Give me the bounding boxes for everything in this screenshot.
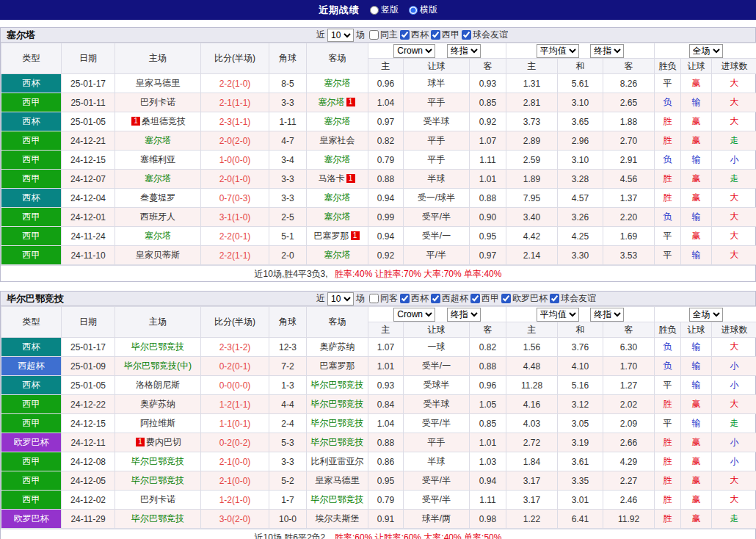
away-team[interactable]: 塞尔塔 bbox=[307, 208, 368, 227]
match-score[interactable]: 3-0(2-0) bbox=[201, 510, 269, 529]
average-select[interactable]: 平均值 bbox=[537, 308, 579, 322]
filter-球会友谊[interactable]: 球会友谊 bbox=[462, 29, 508, 41]
match-score[interactable]: 1-2(1-0) bbox=[201, 491, 269, 510]
match-score[interactable]: 2-3(1-1) bbox=[201, 112, 269, 131]
away-team[interactable]: 毕尔巴鄂竞技 bbox=[307, 491, 368, 510]
away-team[interactable]: 塞尔塔 bbox=[307, 189, 368, 208]
odds-source-select[interactable]: Crown bbox=[393, 44, 435, 58]
home-team[interactable]: 塞尔塔 bbox=[115, 131, 201, 151]
home-team[interactable]: 塞尔塔 bbox=[115, 170, 201, 189]
match-score[interactable]: 0-7(0-3) bbox=[201, 189, 269, 208]
match-score[interactable]: 1-0(0-0) bbox=[201, 151, 269, 170]
filter-checkbox[interactable] bbox=[400, 30, 410, 40]
match-score[interactable]: 2-3(1-2) bbox=[201, 338, 269, 357]
odds-time-select[interactable]: 终指 bbox=[447, 44, 481, 58]
home-team[interactable]: 皇家贝蒂斯 bbox=[115, 246, 201, 265]
match-score[interactable]: 0-0(0-0) bbox=[201, 376, 269, 395]
away-team[interactable]: 马洛卡1 bbox=[307, 170, 368, 189]
away-team[interactable]: 奥萨苏纳 bbox=[307, 338, 368, 357]
horizontal-layout-radio[interactable] bbox=[409, 6, 418, 15]
away-team[interactable]: 巴塞罗那1 bbox=[307, 227, 368, 246]
filter-欧罗巴杯[interactable]: 欧罗巴杯 bbox=[501, 292, 548, 305]
away-team[interactable]: 巴塞罗那 bbox=[307, 357, 368, 376]
away-team[interactable]: 塞尔塔 bbox=[307, 112, 368, 131]
filter-checkbox[interactable] bbox=[431, 30, 440, 40]
match-score[interactable]: 2-1(0-0) bbox=[201, 471, 269, 491]
filter-checkbox[interactable] bbox=[369, 294, 379, 303]
filter-同客[interactable]: 同客 bbox=[369, 292, 398, 305]
away-team[interactable]: 塞尔塔1 bbox=[307, 93, 368, 112]
away-team[interactable]: 塞尔塔 bbox=[307, 246, 368, 265]
home-team[interactable]: 塞维利亚 bbox=[115, 151, 201, 170]
average-time-select[interactable]: 终指 bbox=[590, 44, 624, 58]
avg-home-odds: 1.84 bbox=[506, 452, 558, 471]
filter-同主[interactable]: 同主 bbox=[369, 29, 398, 41]
filter-西超杯[interactable]: 西超杯 bbox=[431, 292, 468, 305]
match-score[interactable]: 2-1(1-1) bbox=[201, 93, 269, 112]
home-team[interactable]: 奥萨苏纳 bbox=[115, 395, 201, 414]
match-score[interactable]: 2-2(0-1) bbox=[201, 227, 269, 246]
home-team[interactable]: 巴列卡诺 bbox=[115, 93, 201, 112]
filter-checkbox[interactable] bbox=[501, 294, 511, 303]
filter-西杯[interactable]: 西杯 bbox=[400, 292, 429, 305]
vertical-layout-radio[interactable] bbox=[370, 6, 379, 15]
home-team[interactable]: 1桑坦德竞技 bbox=[115, 112, 201, 131]
away-team[interactable]: 皇家马德里 bbox=[307, 471, 368, 491]
away-team[interactable]: 毕尔巴鄂竞技 bbox=[307, 395, 368, 414]
match-score[interactable]: 2-1(0-0) bbox=[201, 452, 269, 471]
filter-checkbox[interactable] bbox=[431, 294, 440, 303]
average-time-select[interactable]: 终指 bbox=[590, 308, 624, 322]
filter-西甲[interactable]: 西甲 bbox=[470, 292, 499, 305]
match-score[interactable]: 3-1(1-0) bbox=[201, 208, 269, 227]
match-count-select[interactable]: 10 bbox=[327, 292, 354, 305]
home-team[interactable]: 皇家马德里 bbox=[115, 74, 201, 93]
away-team[interactable]: 毕尔巴鄂竞技 bbox=[307, 376, 368, 395]
filter-checkbox[interactable] bbox=[470, 294, 480, 303]
filter-checkbox[interactable] bbox=[550, 294, 559, 303]
filter-球会友谊[interactable]: 球会友谊 bbox=[550, 292, 596, 305]
match-count-select[interactable]: 10 bbox=[327, 29, 354, 42]
match-score[interactable]: 1-2(1-1) bbox=[201, 395, 269, 414]
filter-checkbox[interactable] bbox=[400, 294, 410, 303]
avg-draw-odds: 3.12 bbox=[558, 395, 603, 414]
home-team[interactable]: 毕尔巴鄂竞技(中) bbox=[115, 357, 201, 376]
away-team[interactable]: 皇家社会 bbox=[307, 131, 368, 151]
layout-option-horizontal[interactable]: 横版 bbox=[409, 4, 437, 16]
filter-checkbox[interactable] bbox=[369, 30, 379, 40]
filter-checkbox[interactable] bbox=[462, 30, 471, 40]
home-team[interactable]: 毕尔巴鄂竞技 bbox=[115, 510, 201, 529]
away-team[interactable]: 塞尔塔 bbox=[307, 151, 368, 170]
home-team[interactable]: 毕尔巴鄂竞技 bbox=[115, 471, 201, 491]
odds-time-select[interactable]: 终指 bbox=[447, 308, 481, 322]
match-score[interactable]: 2-0(2-0) bbox=[201, 131, 269, 151]
average-select[interactable]: 平均值 bbox=[537, 44, 579, 58]
home-team[interactable]: 叁蔓堤罗 bbox=[115, 189, 201, 208]
away-team[interactable]: 埃尔夫斯堡 bbox=[307, 510, 368, 529]
layout-option-vertical[interactable]: 竖版 bbox=[370, 4, 399, 16]
match-score[interactable]: 0-2(0-1) bbox=[201, 357, 269, 376]
match-score[interactable]: 2-2(1-0) bbox=[201, 74, 269, 93]
match-score[interactable]: 0-2(0-2) bbox=[201, 433, 269, 452]
section-header: 毕尔巴鄂竞技 近 10 场 同客西杯西超杯西甲欧罗巴杯球会友谊 bbox=[1, 292, 755, 306]
home-team[interactable]: 西班牙人 bbox=[115, 208, 201, 227]
match-score[interactable]: 1-1(0-1) bbox=[201, 414, 269, 433]
away-team[interactable]: 毕尔巴鄂竞技 bbox=[307, 414, 368, 433]
away-team[interactable]: 比利亚雷亚尔 bbox=[307, 452, 368, 471]
col-handicap-result: 让球 bbox=[681, 322, 712, 338]
home-team[interactable]: 巴列卡诺 bbox=[115, 491, 201, 510]
filter-西甲[interactable]: 西甲 bbox=[431, 29, 459, 41]
home-team[interactable]: 毕尔巴鄂竞技 bbox=[115, 338, 201, 357]
filter-西杯[interactable]: 西杯 bbox=[400, 29, 429, 41]
home-team[interactable]: 塞尔塔 bbox=[115, 227, 201, 246]
scope-select[interactable]: 全场 bbox=[689, 308, 723, 322]
odds-source-select[interactable]: Crown bbox=[393, 308, 435, 322]
home-team[interactable]: 1费内巴切 bbox=[115, 433, 201, 452]
home-team[interactable]: 毕尔巴鄂竞技 bbox=[115, 452, 201, 471]
away-team[interactable]: 毕尔巴鄂竞技 bbox=[307, 433, 368, 452]
match-score[interactable]: 2-0(1-0) bbox=[201, 170, 269, 189]
home-team[interactable]: 阿拉维斯 bbox=[115, 414, 201, 433]
home-team[interactable]: 洛格朗尼斯 bbox=[115, 376, 201, 395]
scope-select[interactable]: 全场 bbox=[689, 44, 723, 58]
away-team[interactable]: 塞尔塔 bbox=[307, 74, 368, 93]
match-score[interactable]: 2-2(1-1) bbox=[201, 246, 269, 265]
